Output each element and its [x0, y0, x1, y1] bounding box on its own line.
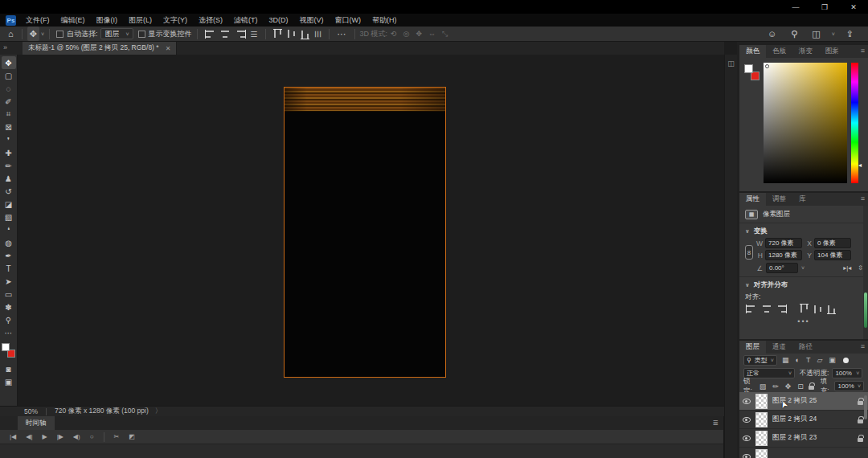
align-left-icon[interactable] [205, 30, 215, 39]
move-tool[interactable]: ✥ [2, 56, 16, 69]
quick-select-tool[interactable]: ✐ [2, 95, 16, 108]
layer-lock-icon[interactable] [858, 438, 863, 442]
close-button[interactable]: ✕ [839, 0, 868, 14]
eraser-tool[interactable]: ◪ [2, 198, 16, 211]
menu-3d[interactable]: 3D(D) [264, 14, 294, 27]
lock-artboard-icon[interactable]: ⊡ [796, 382, 805, 391]
visibility-eye-icon[interactable] [743, 436, 751, 441]
menu-file[interactable]: 文件(F) [20, 14, 55, 27]
workspace-icon[interactable]: ◫ [809, 27, 823, 41]
lock-pixels-icon[interactable]: ✏ [771, 382, 780, 391]
frame-tool[interactable]: ⊠ [2, 121, 16, 133]
zoom-tool[interactable]: ⚲ [2, 313, 16, 326]
scrollbar-thumb[interactable] [864, 292, 867, 328]
tab-layers[interactable]: 图层 [739, 341, 766, 354]
layer-row[interactable] [739, 448, 868, 458]
auto-select-dropdown[interactable]: 图层 ˅ [100, 28, 133, 39]
more-options-icon[interactable]: ••• [739, 317, 868, 325]
split-clip-icon[interactable]: ✂ [114, 433, 120, 440]
previous-frame-button[interactable]: ◀| [26, 433, 32, 440]
tab-swatches[interactable]: 色板 [766, 45, 792, 58]
distribute-h-icon[interactable]: ☰ [251, 30, 258, 39]
panel-menu-icon[interactable]: ≣ [712, 419, 719, 427]
filter-pixel-icon[interactable]: ▦ [780, 356, 791, 364]
tools-collapse-icon[interactable]: » [3, 43, 7, 51]
align-left-icon[interactable] [746, 305, 756, 313]
menu-view[interactable]: 视图(V) [294, 14, 330, 27]
lock-transparent-icon[interactable]: ▨ [758, 382, 768, 391]
menu-filter[interactable]: 滤镜(T) [228, 14, 264, 27]
menu-image[interactable]: 图像(I) [91, 14, 124, 27]
marquee-tool[interactable]: ▢ [2, 69, 16, 82]
width-field[interactable]: 720 像素 [765, 238, 802, 248]
status-chevron-icon[interactable]: 〉 [155, 407, 162, 416]
canvas-area[interactable] [18, 55, 724, 406]
transition-icon[interactable]: ◩ [129, 433, 135, 440]
foreground-color-swatch[interactable] [2, 343, 10, 351]
layer-row[interactable]: 图层 2 拷贝 24 [739, 411, 868, 429]
zoom-level[interactable]: 50% [0, 407, 46, 415]
tab-properties[interactable]: 属性 [739, 193, 766, 206]
panel-menu-icon[interactable]: ≡ [861, 47, 865, 55]
hue-slider[interactable] [851, 63, 858, 183]
foreground-color-swatch[interactable] [744, 64, 753, 73]
fill-dropdown[interactable]: 100% ˅ [834, 381, 864, 391]
layer-thumbnail[interactable] [755, 449, 768, 458]
opacity-dropdown[interactable]: 100% ˅ [832, 368, 862, 378]
pen-tool[interactable]: ✒ [2, 249, 16, 262]
align-top-icon[interactable] [273, 29, 282, 39]
lock-position-icon[interactable]: ✥ [784, 382, 793, 391]
layer-lock-icon[interactable] [858, 401, 863, 405]
chevron-down-icon[interactable]: ˅ [801, 265, 805, 271]
eyedropper-tool[interactable]: ❜ [2, 133, 16, 146]
share-icon[interactable]: ⇪ [843, 27, 857, 41]
edit-toolbar-icon[interactable]: ⋯ [2, 326, 16, 339]
dodge-tool[interactable]: ◍ [2, 236, 16, 249]
audio-toggle-icon[interactable]: ◀) [73, 433, 80, 440]
height-field[interactable]: 1280 像素 [765, 250, 802, 260]
menu-window[interactable]: 窗口(W) [330, 14, 367, 27]
flip-horizontal-icon[interactable]: ▸|◂ [843, 264, 851, 272]
panel-menu-icon[interactable]: ≡ [861, 342, 865, 350]
playback-settings-icon[interactable]: ○ [90, 433, 94, 440]
gradient-tool[interactable]: ▧ [2, 211, 16, 223]
filter-smart-object-icon[interactable]: ▣ [827, 356, 837, 364]
align-right-icon[interactable] [235, 30, 246, 39]
align-middle-icon[interactable] [813, 304, 822, 314]
blur-tool[interactable]: ❛ [2, 223, 16, 236]
close-tab-icon[interactable]: ✕ [166, 45, 171, 52]
history-brush-tool[interactable]: ↺ [2, 185, 16, 198]
chevron-down-icon[interactable]: ˅ [832, 31, 835, 37]
layer-row[interactable]: 图层 2 拷贝 23 [739, 429, 868, 448]
tab-paths[interactable]: 路径 [792, 341, 819, 354]
layer-thumbnail[interactable] [755, 431, 768, 446]
y-field[interactable]: 104 像素 [814, 250, 851, 260]
next-frame-button[interactable]: |▶ [57, 433, 63, 440]
collapsed-panel-icon[interactable]: ◫ [727, 59, 736, 67]
layer-lock-icon[interactable] [858, 419, 863, 423]
layer-thumbnail[interactable] [755, 412, 768, 427]
path-select-tool[interactable]: ➤ [2, 275, 16, 288]
first-frame-button[interactable]: |◀ [10, 433, 16, 440]
show-transform-checkbox[interactable] [138, 31, 145, 38]
shape-tool[interactable]: ▭ [2, 288, 16, 301]
type-tool[interactable]: T [2, 262, 16, 275]
align-section-title[interactable]: ∨ 对齐并分布 [739, 280, 868, 290]
align-center-h-icon[interactable] [220, 30, 231, 39]
align-right-icon[interactable] [776, 305, 787, 313]
visibility-eye-icon[interactable] [743, 417, 751, 423]
layer-name[interactable]: 图层 2 拷贝 23 [772, 433, 853, 443]
lasso-tool[interactable]: ◌ [2, 82, 16, 95]
quick-mask-icon[interactable]: ◙ [2, 362, 16, 375]
brush-tool[interactable]: ✏ [2, 159, 16, 172]
align-bottom-icon[interactable] [827, 304, 836, 314]
hand-tool[interactable]: ✽ [2, 301, 16, 313]
search-icon[interactable]: ⚲ [788, 27, 800, 41]
tab-color[interactable]: 颜色 [739, 45, 766, 58]
menu-select[interactable]: 选择(S) [193, 14, 228, 27]
align-middle-icon[interactable] [287, 29, 296, 39]
align-center-h-icon[interactable] [761, 305, 772, 313]
tab-gradients[interactable]: 渐变 [792, 45, 819, 58]
color-swatches-mini[interactable] [744, 64, 760, 80]
filter-adjustment-icon[interactable]: ◐ [793, 356, 800, 364]
